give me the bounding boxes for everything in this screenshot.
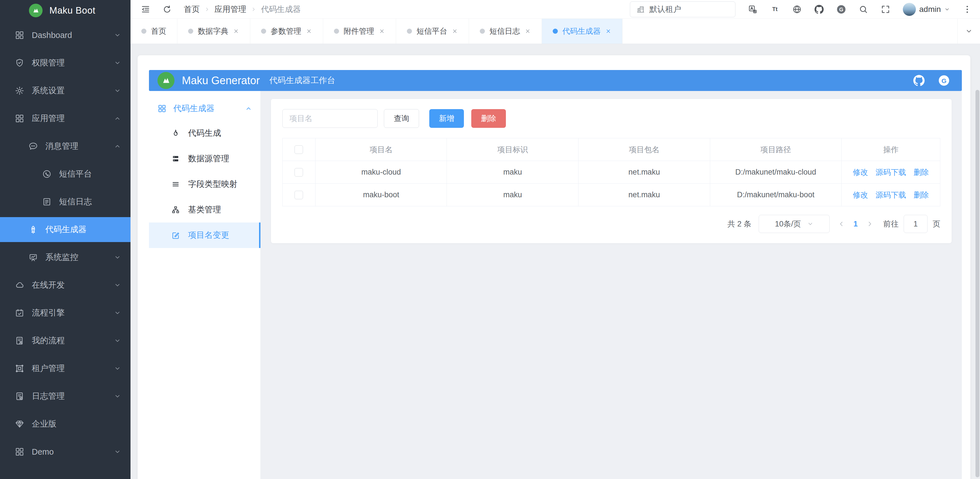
page-unit-label: 页 [932, 219, 940, 229]
tab-parameter-management[interactable]: 参数管理 [250, 19, 323, 44]
next-page-icon[interactable] [866, 220, 873, 228]
sidebar-item-message-management[interactable]: 消息管理 [0, 134, 130, 159]
vertical-scrollbar [975, 90, 980, 477]
page-number[interactable]: 1 [853, 220, 858, 228]
tab-data-dictionary[interactable]: 数据字典 [177, 19, 250, 44]
download-source-link[interactable]: 源码下载 [876, 191, 906, 199]
page-card: Maku Generator 代码生成器工作台 代码生成器 代码生成 数据源管理… [138, 55, 970, 479]
sidebar-item-workflow-engine[interactable]: 流程引擎 [0, 300, 130, 325]
app-title: Maku Boot [49, 5, 95, 16]
generator-menu-project-rename[interactable]: 项目名变更 [149, 222, 261, 248]
dashboard-grid-icon [15, 30, 24, 40]
chat-bubble-icon [29, 141, 38, 151]
breadcrumb-app-management[interactable]: 应用管理 [215, 4, 246, 15]
github-icon[interactable] [913, 75, 925, 86]
tabs-dropdown-button[interactable] [957, 19, 980, 44]
close-icon[interactable] [233, 28, 239, 34]
generator-body: 代码生成器 代码生成 数据源管理 字段类型映射 基类管理 项目名变更 查询 新增… [149, 91, 962, 479]
delete-button[interactable]: 删除 [471, 109, 506, 128]
calendar-check-icon [15, 308, 24, 318]
tab-attachment-management[interactable]: 附件管理 [323, 19, 396, 44]
row-checkbox[interactable] [294, 168, 303, 176]
close-icon[interactable] [525, 28, 531, 34]
sidebar-item-code-generator[interactable]: 代码生成器 [0, 217, 130, 242]
chevron-down-icon [965, 27, 973, 35]
cell-project-name: maku-boot [315, 184, 447, 206]
chevron-down-icon [114, 393, 121, 400]
edit-icon [171, 231, 180, 240]
sidebar-item-log-management[interactable]: 日志管理 [0, 384, 130, 409]
globe-language-icon[interactable] [792, 5, 802, 14]
prev-page-icon[interactable] [838, 220, 845, 228]
tab-home[interactable]: 首页 [130, 19, 177, 44]
generator-menu-parent[interactable]: 代码生成器 [149, 97, 261, 121]
font-size-icon[interactable] [770, 5, 780, 14]
gitee-icon[interactable] [837, 5, 846, 14]
tenant-select[interactable]: 默认租户 [630, 2, 735, 17]
generator-menu-field-type-mapping[interactable]: 字段类型映射 [149, 171, 261, 197]
close-icon[interactable] [452, 28, 458, 34]
sidebar-item-online-dev[interactable]: 在线开发 [0, 273, 130, 298]
chevron-down-icon [114, 254, 121, 261]
sidebar-item-tenant-management[interactable]: 租户管理 [0, 356, 130, 381]
chevron-down-icon [114, 448, 121, 455]
generator-menu-base-class[interactable]: 基类管理 [149, 197, 261, 222]
delete-link[interactable]: 删除 [913, 168, 929, 176]
tab-code-generator[interactable]: 代码生成器 [542, 19, 622, 44]
diamond-icon [15, 419, 24, 429]
chevron-down-icon [807, 221, 813, 227]
sidebar-item-sms-platform[interactable]: 短信平台 [0, 162, 130, 187]
download-source-link[interactable]: 源码下载 [876, 168, 906, 176]
scrollbar-thumb[interactable] [975, 90, 980, 477]
kebab-menu-icon[interactable] [963, 5, 972, 14]
close-icon[interactable] [605, 28, 611, 34]
col-actions: 操作 [842, 138, 940, 161]
generator-banner: Maku Generator 代码生成器工作台 [149, 70, 962, 91]
sidebar-item-enterprise[interactable]: 企业版 [0, 412, 130, 436]
select-all-checkbox[interactable] [294, 145, 303, 154]
gitee-icon[interactable] [938, 75, 950, 86]
document-check-icon [15, 392, 24, 401]
generator-menu-code-generation[interactable]: 代码生成 [149, 121, 261, 146]
tab-dot [188, 29, 193, 34]
table-row: maku-cloud maku net.maku D:/makunet/maku… [283, 161, 940, 184]
cell-project-ident: maku [447, 161, 579, 184]
tab-sms-log[interactable]: 短信日志 [469, 19, 542, 44]
github-icon[interactable] [814, 5, 824, 14]
translate-icon[interactable] [748, 5, 757, 14]
sidebar-item-app-management[interactable]: 应用管理 [0, 106, 130, 131]
search-icon[interactable] [859, 5, 868, 14]
sidebar-item-system-settings[interactable]: 系统设置 [0, 78, 130, 103]
query-button[interactable]: 查询 [384, 109, 419, 128]
refresh-icon[interactable] [162, 5, 172, 14]
add-button[interactable]: 新增 [429, 109, 464, 128]
sidebar-item-dashboard[interactable]: Dashboard [0, 23, 130, 48]
sidebar-item-demo[interactable]: Demo [0, 439, 130, 464]
sidebar-item-sms-log[interactable]: 短信日志 [0, 189, 130, 214]
generator-menu-datasource[interactable]: 数据源管理 [149, 146, 261, 171]
chevron-down-icon [114, 60, 121, 66]
col-project-package: 项目包名 [579, 138, 710, 161]
project-name-input[interactable] [282, 109, 378, 128]
edit-link[interactable]: 修改 [853, 191, 868, 199]
sidebar-item-system-monitor[interactable]: 系统监控 [0, 245, 130, 270]
cell-project-name: maku-cloud [315, 161, 447, 184]
sidebar-item-permissions[interactable]: 权限管理 [0, 51, 130, 75]
page-size-select[interactable]: 10条/页 [759, 215, 830, 233]
goto-page-input[interactable] [904, 215, 928, 233]
edit-link[interactable]: 修改 [853, 168, 868, 176]
fullscreen-icon[interactable] [881, 5, 890, 14]
breadcrumb-current: 代码生成器 [261, 4, 301, 15]
user-menu[interactable]: admin [903, 3, 950, 16]
username: admin [919, 5, 941, 14]
breadcrumb-home[interactable]: 首页 [184, 4, 200, 15]
sidebar-item-my-workflow[interactable]: 我的流程 [0, 328, 130, 353]
chevron-down-icon [114, 87, 121, 94]
row-checkbox[interactable] [294, 191, 303, 199]
tab-sms-platform[interactable]: 短信平台 [396, 19, 469, 44]
close-icon[interactable] [379, 28, 385, 34]
delete-link[interactable]: 删除 [913, 191, 929, 199]
collapse-sidebar-icon[interactable] [141, 5, 150, 14]
close-icon[interactable] [306, 28, 312, 34]
cell-actions: 修改源码下载删除 [842, 161, 940, 184]
